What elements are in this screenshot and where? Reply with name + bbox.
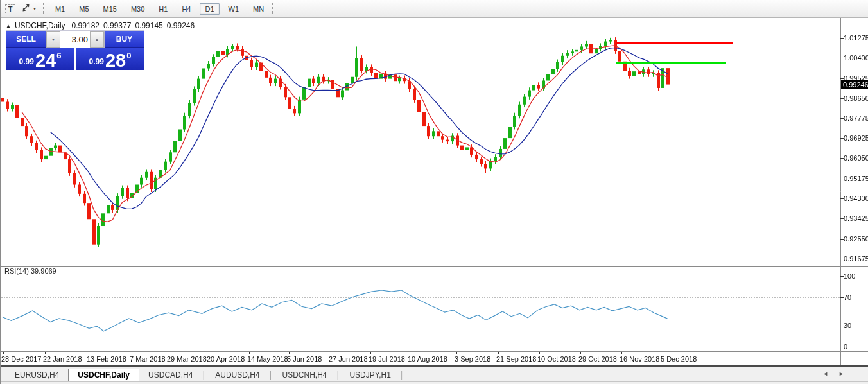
volume-increase-button[interactable]: ▲ [90, 31, 104, 48]
timeframe-button-mn[interactable]: MN [248, 3, 269, 15]
date-axis-label: 27 Jun 2018 [329, 355, 368, 363]
date-axis-label: 20 Apr 2018 [207, 355, 245, 363]
rsi-axis-label: 100 [844, 272, 855, 280]
timeframe-button-h4[interactable]: H4 [177, 3, 196, 15]
mt4-window: T ▼ M1M5M15M30H1H4D1W1MN ▲ USDCHF,Daily … [0, 0, 868, 384]
date-axis-label: 19 Jul 2018 [369, 355, 405, 363]
timeframe-buttons: M1M5M15M30H1H4D1W1MN [50, 3, 269, 15]
buy-price-base: 0.99 [89, 57, 104, 66]
rsi-indicator-label: RSI(14) 39.9069 [4, 267, 56, 275]
one-click-trading-panel: SELL ▼ ▲ BUY 0.99246 0.99280 [6, 30, 144, 69]
timeframe-button-h1[interactable]: H1 [153, 3, 173, 15]
price-axis-label: 0.94300 [844, 195, 868, 202]
rsi-title: RSI(14) [4, 267, 29, 275]
sell-price-big: 24 [35, 52, 56, 69]
date-axis-label: 7 Mar 2018 [130, 355, 166, 363]
ohlc-high: 0.99377 [103, 21, 131, 30]
date-axis-label: 21 Sep 2018 [496, 355, 536, 363]
buy-price-big: 28 [105, 52, 126, 69]
tab-bar-divider [1, 381, 868, 382]
timeframe-button-d1[interactable]: D1 [200, 3, 219, 15]
chart-tab-eurusd-h4[interactable]: EURUSD,H4 [6, 369, 68, 381]
chart-region: ▲ USDCHF,Daily 0.99182 0.99377 0.99145 0… [1, 18, 868, 365]
ohlc-low: 0.99145 [135, 21, 162, 30]
date-axis-label: 5 Dec 2018 [661, 355, 697, 363]
timeframe-button-m1[interactable]: M1 [50, 3, 70, 15]
toolbar-separator [43, 3, 46, 15]
collapse-arrow-icon[interactable]: ▲ [6, 23, 11, 29]
date-axis-label: 3 Sep 2018 [455, 355, 490, 363]
chart-tab-usdcnh-h4[interactable]: USDCNH,H4 [273, 369, 336, 381]
price-axis-label: 0.92550 [844, 235, 868, 243]
date-axis-label: 29 Mar 2018 [167, 355, 207, 363]
buy-price[interactable]: 0.99280 [76, 48, 144, 70]
tabs-scroll-right-button[interactable]: ► [838, 371, 844, 377]
tab-separator: │ [336, 371, 341, 379]
sell-price-base: 0.99 [19, 57, 34, 66]
chevron-down-icon: ▼ [33, 7, 37, 11]
tab-separator: │ [400, 371, 404, 379]
current-price-tag: 0.99246 [841, 80, 868, 89]
date-axis-label: 16 Nov 2018 [620, 355, 659, 363]
date-axis-label: 29 Oct 2018 [578, 355, 617, 363]
date-axis-label: 5 Jun 2018 [287, 355, 322, 363]
date-axis-label: 10 Oct 2018 [537, 355, 576, 363]
price-axis-label: 0.97775 [844, 114, 868, 122]
date-axis-label: 22 Jan 2018 [43, 355, 82, 363]
rsi-axis-label: 30 [844, 322, 851, 329]
toolbar: T ▼ M1M5M15M30H1H4D1W1MN [1, 0, 868, 18]
text-label-tool-button[interactable]: T [3, 2, 18, 16]
toolbar-separator [272, 3, 275, 15]
price-axis-label: 0.93425 [844, 214, 868, 222]
ohlc-close: 0.99246 [167, 21, 195, 30]
text-tool-icon: T [5, 4, 16, 13]
cursor-arrows-tool-button[interactable]: ▼ [18, 2, 40, 16]
price-axis-label: 0.95175 [844, 175, 868, 182]
sell-price[interactable]: 0.99246 [6, 48, 74, 70]
chart-tab-usdchf-daily[interactable]: USDCHF,Daily [68, 369, 139, 381]
tabs-scroll-left-button[interactable]: ◄ [822, 371, 828, 377]
sell-price-pip: 6 [56, 51, 61, 60]
timeframe-button-m15[interactable]: M15 [98, 3, 122, 15]
date-axis-label: 13 Feb 2018 [87, 355, 126, 363]
rsi-axis-label: 0 [844, 343, 847, 351]
tab-separator: │ [202, 371, 206, 379]
arrows-icon [21, 3, 31, 14]
tab-separator: │ [269, 371, 273, 379]
buy-price-pip: 0 [126, 51, 131, 60]
timeframe-button-m5[interactable]: M5 [74, 3, 94, 15]
chart-tab-usdjpy-h1[interactable]: USDJPY,H1 [340, 369, 399, 381]
buy-button[interactable]: BUY [105, 31, 144, 48]
tabs: EURUSD,H4USDCHF,DailyUSDCAD,H4│AUDUSD,H4… [6, 368, 404, 381]
price-axis-label: 0.96050 [844, 154, 868, 162]
tab-scroll-arrows: ◄ ► [822, 371, 844, 377]
date-axis-label: 28 Dec 2017 [1, 355, 41, 363]
chart-tab-usdcad-h4[interactable]: USDCAD,H4 [139, 369, 202, 381]
price-axis-label: 1.00400 [844, 54, 868, 62]
price-chart-canvas[interactable] [1, 18, 868, 365]
symbol-label: USDCHF,Daily [15, 21, 65, 30]
timeframe-button-m30[interactable]: M30 [126, 3, 150, 15]
chart-tab-audusd-h4[interactable]: AUDUSD,H4 [206, 369, 268, 381]
chart-title: ▲ USDCHF,Daily 0.99182 0.99377 0.99145 0… [6, 21, 195, 30]
date-axis-label: 10 Aug 2018 [408, 355, 447, 363]
price-axis-label: 0.91675 [844, 255, 868, 263]
price-axis-label: 1.01275 [844, 34, 868, 42]
volume-decrease-button[interactable]: ▼ [46, 31, 60, 48]
volume-spinner: ▼ ▲ [46, 31, 105, 48]
ohlc-open: 0.99182 [72, 21, 100, 30]
timeframe-button-w1[interactable]: W1 [223, 3, 245, 15]
sell-button[interactable]: SELL [6, 31, 46, 48]
one-click-top-row: SELL ▼ ▲ BUY [6, 31, 144, 48]
price-axis-label: 0.98650 [844, 94, 868, 102]
rsi-axis-label: 70 [844, 293, 851, 301]
rsi-value: 39.9069 [31, 267, 56, 275]
date-axis-label: 14 May 2018 [247, 355, 288, 363]
price-axis-label: 0.96925 [844, 134, 868, 142]
volume-input[interactable] [60, 31, 90, 48]
one-click-prices: 0.99246 0.99280 [6, 48, 144, 70]
chart-tab-bar: EURUSD,H4USDCHF,DailyUSDCAD,H4│AUDUSD,H4… [1, 365, 868, 384]
